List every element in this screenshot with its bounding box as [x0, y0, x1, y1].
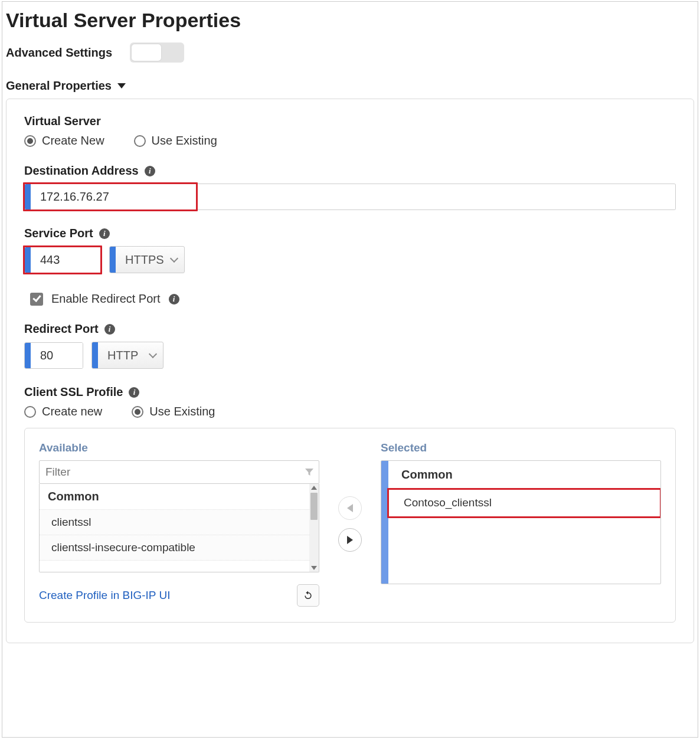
toggle-knob — [132, 44, 161, 61]
use-existing-label: Use Existing — [152, 134, 217, 148]
select-display: HTTP — [98, 342, 163, 368]
enable-redirect-port-row: Enable Redirect Port i — [30, 292, 676, 306]
client-ssl-radio-group: Create new Use Existing — [24, 405, 676, 418]
destination-input-wrap — [24, 184, 197, 210]
client-ssl-profile-label: Client SSL Profile i — [24, 385, 676, 399]
create-new-label: Create New — [42, 134, 104, 148]
transfer-buttons — [332, 441, 368, 607]
service-port-protocol-value: HTTPS — [125, 253, 164, 267]
triangle-right-icon — [347, 536, 353, 544]
redirect-port-input[interactable] — [31, 343, 83, 368]
input-accent — [25, 184, 31, 209]
client-ssl-profile-text: Client SSL Profile — [24, 385, 123, 399]
destination-address-row — [24, 184, 676, 210]
virtual-server-radio-group: Create New Use Existing — [24, 134, 676, 148]
virtual-server-create-new-option[interactable]: Create New — [24, 134, 104, 148]
destination-address-text: Destination Address — [24, 164, 139, 178]
refresh-icon — [303, 590, 313, 601]
ssl-profile-transfer: Available Common clientssl clientssl-ins… — [24, 428, 676, 623]
triangle-left-icon — [347, 504, 353, 512]
general-properties-header[interactable]: General Properties — [6, 79, 698, 93]
redirect-port-label: Redirect Port i — [24, 322, 676, 336]
virtual-server-use-existing-option[interactable]: Use Existing — [134, 134, 217, 148]
radio-icon — [24, 406, 36, 418]
section-title: General Properties — [6, 79, 112, 93]
refresh-button[interactable] — [297, 584, 319, 607]
client-ssl-use-existing-option[interactable]: Use Existing — [132, 405, 215, 418]
available-title: Available — [39, 441, 319, 454]
service-port-label: Service Port i — [24, 227, 676, 240]
available-group-common: Common — [40, 484, 309, 510]
destination-highlight — [24, 184, 197, 210]
selected-item[interactable]: Contoso_clientssl — [388, 489, 660, 517]
redirect-port-input-wrap — [24, 342, 83, 369]
available-list-body: Common clientssl clientssl-insecure-comp… — [40, 484, 309, 561]
enable-redirect-port-checkbox[interactable] — [30, 293, 43, 306]
redirect-port-row: HTTP — [24, 342, 676, 369]
input-accent — [25, 343, 31, 368]
info-icon[interactable]: i — [104, 324, 115, 335]
service-port-text: Service Port — [24, 227, 93, 240]
selected-accent — [381, 461, 388, 584]
info-icon[interactable]: i — [145, 166, 155, 176]
available-item[interactable]: clientssl-insecure-compatible — [40, 535, 309, 561]
advanced-settings-toggle[interactable] — [130, 42, 184, 63]
scroll-up-icon — [311, 486, 317, 490]
destination-address-input-ext[interactable] — [197, 184, 675, 209]
select-display: HTTPS — [116, 247, 184, 273]
select-accent — [110, 247, 116, 273]
client-ssl-create-new-label: Create new — [42, 405, 102, 418]
page-title: Virtual Server Properties — [6, 9, 698, 32]
caret-down-icon — [117, 83, 126, 89]
input-accent — [25, 247, 31, 273]
selected-title: Selected — [381, 441, 661, 454]
available-footer: Create Profile in BIG-IP UI — [39, 584, 319, 607]
radio-icon — [134, 135, 146, 147]
advanced-settings-label: Advanced Settings — [6, 46, 112, 60]
info-icon[interactable]: i — [99, 228, 110, 239]
move-left-button[interactable] — [338, 496, 362, 520]
available-item[interactable]: clientssl — [40, 510, 309, 535]
page-container: Virtual Server Properties Advanced Setti… — [2, 1, 698, 738]
available-listbox[interactable]: Common clientssl clientssl-insecure-comp… — [39, 484, 319, 572]
select-accent — [92, 342, 98, 368]
service-port-input-wrap — [24, 247, 101, 273]
selected-group-common: Common — [388, 461, 660, 489]
selected-listbox[interactable]: Common Contoso_clientssl — [381, 460, 661, 584]
filter-icon — [305, 467, 314, 477]
move-right-button[interactable] — [338, 528, 362, 552]
client-ssl-create-new-option[interactable]: Create new — [24, 405, 102, 418]
info-icon[interactable]: i — [129, 387, 139, 398]
checkmark-icon — [32, 293, 41, 302]
general-properties-panel: Virtual Server Create New Use Existing D… — [6, 99, 694, 643]
selected-column: Selected Common Contoso_clientssl — [381, 441, 661, 607]
scroll-thumb[interactable] — [310, 493, 318, 520]
create-profile-link[interactable]: Create Profile in BIG-IP UI — [39, 589, 170, 602]
enable-redirect-port-label: Enable Redirect Port — [51, 292, 161, 306]
chevron-down-icon — [149, 350, 157, 358]
redirect-port-protocol-value: HTTP — [107, 349, 138, 362]
available-filter-input[interactable] — [45, 466, 305, 479]
destination-address-input[interactable] — [31, 184, 197, 209]
available-filter-wrap — [39, 460, 319, 484]
available-column: Available Common clientssl clientssl-ins… — [39, 441, 319, 607]
service-port-input[interactable] — [31, 247, 100, 273]
info-icon[interactable]: i — [169, 294, 179, 304]
virtual-server-label-text: Virtual Server — [24, 114, 101, 128]
radio-selected-icon — [24, 135, 36, 147]
radio-selected-icon — [132, 406, 143, 418]
available-scrollbar[interactable] — [309, 484, 319, 572]
advanced-settings-row: Advanced Settings — [6, 42, 698, 63]
redirect-port-protocol-select[interactable]: HTTP — [91, 342, 163, 369]
selected-item-highlight: Contoso_clientssl — [388, 489, 660, 517]
service-port-protocol-select[interactable]: HTTPS — [109, 246, 185, 273]
service-port-highlight — [24, 247, 101, 273]
virtual-server-label: Virtual Server — [24, 114, 676, 128]
redirect-port-text: Redirect Port — [24, 322, 99, 336]
destination-input-ext[interactable] — [197, 184, 676, 210]
destination-address-label: Destination Address i — [24, 164, 676, 178]
service-port-row: HTTPS — [24, 246, 676, 273]
client-ssl-use-existing-label: Use Existing — [149, 405, 215, 418]
chevron-down-icon — [169, 254, 178, 263]
selected-list-body: Common Contoso_clientssl — [388, 461, 660, 584]
